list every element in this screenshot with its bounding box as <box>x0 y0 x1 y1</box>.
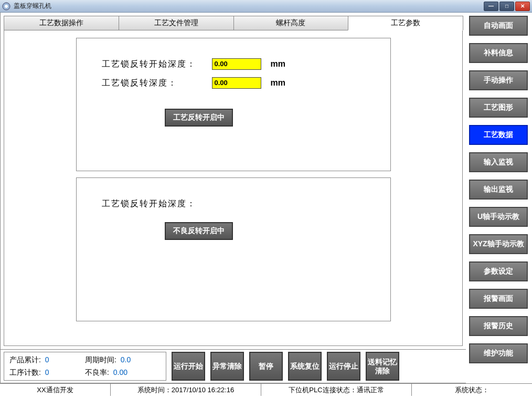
close-button[interactable]: ✕ <box>515 2 530 11</box>
value-defect-rate: 0.00 <box>113 368 127 376</box>
maximize-button[interactable]: □ <box>499 2 514 11</box>
nav-maintenance[interactable]: 维护功能 <box>469 343 528 363</box>
nav-feed-info[interactable]: 补料信息 <box>469 43 528 63</box>
panel-defect-reverse: 工艺锁反转开始深度： 不良反转开启中 <box>76 177 391 321</box>
button-clear-error[interactable]: 异常清除 <box>210 352 244 381</box>
nav-u-axis-teach[interactable]: U轴手动示教 <box>469 207 528 227</box>
value-product-total: 0 <box>45 355 49 364</box>
label-cycle-time: 周期时间: <box>85 355 116 364</box>
minimize-button[interactable]: — <box>484 2 498 11</box>
status-system-time: 系统时间：2017/10/10 16:22:16 <box>111 384 261 396</box>
button-pause[interactable]: 暂停 <box>249 352 283 381</box>
label-defect-rate: 不良率: <box>85 368 109 376</box>
nav-auto-screen[interactable]: 自动画面 <box>469 16 528 36</box>
tab-process-data-op[interactable]: 工艺数据操作 <box>4 16 119 30</box>
tab-body: 工艺锁反转开始深度： 0.00 mm 工艺锁反转深度： 0.00 mm 工艺反转… <box>4 30 463 346</box>
panel-reverse-depth: 工艺锁反转开始深度： 0.00 mm 工艺锁反转深度： 0.00 mm 工艺反转… <box>76 38 391 171</box>
button-process-reverse-on[interactable]: 工艺反转开启中 <box>165 109 233 127</box>
window-buttons: — □ ✕ <box>483 2 530 11</box>
status-plc-conn: 下位机PLC连接状态：通讯正常 <box>261 384 412 396</box>
status-comm-dev: XX通信开发 <box>0 384 111 396</box>
stat-block: 产品累计: 0 周期时间: 0.0 工序计数: 0 不良率: 0.00 <box>4 352 166 381</box>
nav-alarm-history[interactable]: 报警历史 <box>469 316 528 336</box>
unit-mm: mm <box>271 78 285 88</box>
nav-output-monitor[interactable]: 输出监视 <box>469 180 528 200</box>
bottom-bar: 产品累计: 0 周期时间: 0.0 工序计数: 0 不良率: 0.00 运行开始… <box>1 349 466 383</box>
nav-process-data[interactable]: 工艺数据 <box>469 125 528 145</box>
titlebar: 盖板穿螺孔机 — □ ✕ <box>0 0 532 13</box>
window-title: 盖板穿螺孔机 <box>14 2 51 11</box>
value-cycle-time: 0.0 <box>121 355 131 364</box>
button-run-stop[interactable]: 运行停止 <box>327 352 360 381</box>
nav-process-graphic[interactable]: 工艺图形 <box>469 98 528 118</box>
tab-process-file-mgmt[interactable]: 工艺文件管理 <box>119 16 234 30</box>
input-reverse-start-depth[interactable]: 0.00 <box>212 58 261 70</box>
label-reverse-depth: 工艺锁反转深度： <box>102 78 212 89</box>
statusbar: XX通信开发 系统时间：2017/10/10 16:22:16 下位机PLC连接… <box>0 383 532 396</box>
unit-mm: mm <box>271 59 285 69</box>
nav-manual-op[interactable]: 手动操作 <box>469 70 528 90</box>
svg-point-1 <box>5 5 8 8</box>
button-system-reset[interactable]: 系统复位 <box>288 352 322 381</box>
nav-alarm-screen[interactable]: 报警画面 <box>469 289 528 309</box>
nav-xyz-axis-teach[interactable]: XYZ轴手动示教 <box>469 234 528 254</box>
label-process-count: 工序计数: <box>9 368 41 376</box>
input-reverse-depth[interactable]: 0.00 <box>212 77 261 89</box>
label-reverse-start-depth: 工艺锁反转开始深度： <box>102 59 212 70</box>
main-tabs: 工艺数据操作 工艺文件管理 螺杆高度 工艺参数 <box>4 16 463 30</box>
nav-input-monitor[interactable]: 输入监视 <box>469 152 528 172</box>
app-icon <box>2 2 10 11</box>
status-system-state: 系统状态： <box>412 384 532 396</box>
label-reverse-start-depth-2: 工艺锁反转开始深度： <box>102 198 212 210</box>
value-process-count: 0 <box>45 368 49 376</box>
label-product-total: 产品累计: <box>9 355 41 364</box>
button-run-start[interactable]: 运行开始 <box>172 352 205 381</box>
tab-screw-height[interactable]: 螺杆高度 <box>233 16 349 30</box>
button-defect-reverse-on[interactable]: 不良反转开启中 <box>165 222 233 240</box>
right-nav: 自动画面 补料信息 手动操作 工艺图形 工艺数据 输入监视 输出监视 U轴手动示… <box>466 13 532 383</box>
nav-param-setting[interactable]: 参数设定 <box>469 261 528 281</box>
tab-process-params[interactable]: 工艺参数 <box>348 16 463 30</box>
button-feed-mem-clear[interactable]: 送料记忆清除 <box>366 352 399 381</box>
